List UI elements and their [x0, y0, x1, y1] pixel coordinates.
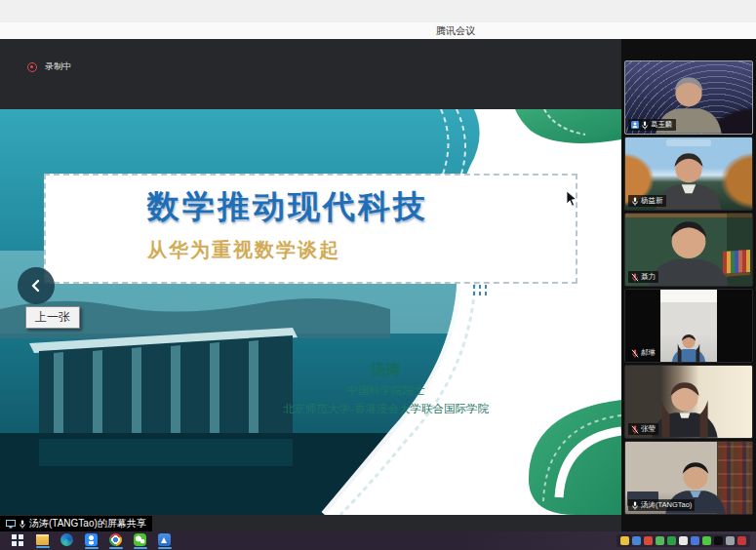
window-title: 腾讯会议: [436, 24, 475, 38]
shared-screen-slide: 数学推动现代科技 从华为重视数学谈起 汤涛 中国科学院院士 北京师范大学-香港浸…: [0, 109, 621, 515]
folder-icon: [36, 534, 49, 545]
participant-video-silhouette: [666, 304, 712, 362]
titlebar-lower-strip: [0, 21, 756, 39]
participant-nametag: 张莹: [628, 423, 658, 435]
tray-yellow-icon[interactable]: [620, 536, 629, 545]
taskbar-apps: [6, 532, 177, 549]
windows-logo-icon: [12, 533, 24, 546]
participant-name: 张莹: [641, 424, 656, 434]
blue-tick-marks: [473, 285, 487, 298]
chrome-icon: [109, 533, 122, 546]
participant-name: 郝琳: [641, 348, 656, 358]
recording-dot-icon: [27, 62, 37, 72]
previous-slide-button[interactable]: [18, 267, 55, 304]
mic-muted-icon: [631, 349, 639, 358]
tray-shield-green-icon[interactable]: [667, 536, 676, 545]
window-titlebar: 腾讯会议: [0, 0, 756, 39]
participant-name: 杨益新: [641, 196, 663, 206]
speaker-name: 汤涛: [252, 361, 520, 379]
slide-subtitle: 从华为重视数学谈起: [147, 237, 566, 263]
screen: 腾讯会议 录制中: [0, 0, 756, 550]
slide-title: 数学推动现代科技: [147, 185, 566, 229]
wechat-icon: [134, 533, 146, 546]
blue-app-button[interactable]: [152, 532, 177, 549]
tray-globe-blue-icon[interactable]: [691, 536, 699, 545]
meeting-main-area: 录制中: [0, 39, 756, 531]
mic-on-icon: [631, 197, 639, 206]
share-mic-icon: [19, 520, 26, 529]
participant-tile[interactable]: 汤涛(TANGTao): [624, 441, 753, 515]
recording-label: 录制中: [45, 60, 71, 73]
wechat-button[interactable]: [128, 532, 152, 549]
windows-start-button[interactable]: [6, 532, 30, 549]
chevron-left-icon: [28, 278, 44, 294]
screen-share-label-bar: 汤涛(TANGTao)的屏幕共享: [0, 516, 152, 531]
participant-nametag: 郝琳: [628, 347, 658, 359]
participant-name: 葛玉麟: [651, 120, 673, 130]
tray-mountain-blue-icon[interactable]: [632, 536, 641, 545]
windows-taskbar: [0, 531, 756, 550]
mouse-cursor: [566, 190, 577, 208]
system-tray: [617, 534, 750, 547]
participant-name: 聂力: [641, 272, 656, 282]
tray-red-icon[interactable]: [644, 536, 653, 545]
recording-indicator: 录制中: [27, 60, 71, 73]
participant-tile[interactable]: 聂力: [624, 213, 753, 287]
chrome-button[interactable]: [103, 532, 128, 549]
file-explorer-button[interactable]: [30, 532, 55, 548]
tray-clover-green-icon[interactable]: [656, 536, 664, 545]
tray-mic-white-icon[interactable]: [679, 536, 688, 545]
mountain-app-icon: [158, 533, 171, 546]
mic-on-icon: [631, 501, 639, 510]
tray-alert-red-icon[interactable]: [737, 536, 746, 545]
meeting-app-icon: [85, 533, 98, 546]
slide-title-box: 数学推动现代科技 从华为重视数学谈起: [44, 174, 577, 284]
screen-share-label: 汤涛(TANGTao)的屏幕共享: [29, 517, 146, 530]
participant-tile[interactable]: 张莹: [624, 365, 753, 439]
mic-muted-icon: [631, 273, 639, 282]
slide-background-art: [0, 109, 621, 515]
tencent-meeting-button[interactable]: [79, 532, 103, 549]
host-badge-icon: [631, 121, 639, 129]
edge-icon: [60, 533, 73, 546]
speaker-title: 中国科学院院士: [252, 383, 520, 398]
speaker-affiliation: 北京师范大学-香港浸会大学联合国际学院: [252, 402, 520, 416]
mic-muted-icon: [631, 425, 639, 434]
speaker-block: 汤涛 中国科学院院士 北京师范大学-香港浸会大学联合国际学院: [252, 361, 520, 416]
tray-bubble-green-icon[interactable]: [702, 536, 711, 545]
participant-name: 汤涛(TANGTao): [641, 500, 692, 510]
participant-tile[interactable]: 郝琳: [624, 289, 753, 363]
previous-slide-tooltip: 上一张: [25, 306, 80, 329]
edge-button[interactable]: [55, 532, 79, 549]
tray-display-gray-icon[interactable]: [726, 536, 735, 545]
monitor-icon: [6, 520, 16, 529]
green-leaf-shape: [515, 109, 621, 143]
participant-nametag: 汤涛(TANGTao): [628, 499, 695, 511]
mic-on-icon: [641, 121, 649, 130]
virtual-bg-watermark: [666, 139, 711, 146]
participant-nametag: 葛玉麟: [628, 119, 676, 131]
participant-video-strip: 葛玉麟 杨益新: [621, 39, 756, 531]
tray-qq-icon[interactable]: [714, 536, 723, 545]
participant-nametag: 杨益新: [628, 195, 666, 207]
participant-nametag: 聂力: [628, 271, 658, 283]
participant-tile[interactable]: 葛玉麟: [624, 60, 753, 135]
participant-tile[interactable]: 杨益新: [624, 137, 753, 211]
